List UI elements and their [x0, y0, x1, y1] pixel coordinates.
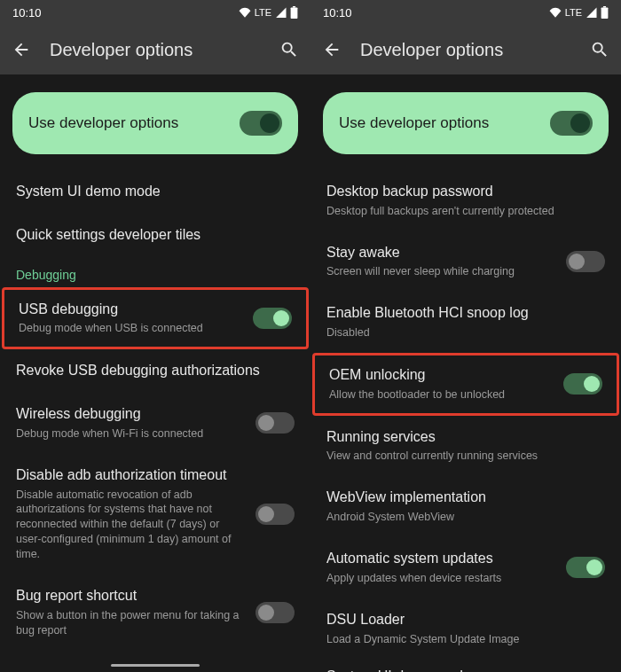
search-button[interactable] — [279, 39, 300, 60]
back-button[interactable] — [11, 39, 32, 60]
row-subtitle: Disabled — [326, 325, 605, 340]
row-title: Automatic system updates — [326, 550, 555, 568]
row-subtitle: Screen will never sleep while charging — [326, 264, 555, 279]
content: Use developer options Desktop backup pas… — [310, 74, 621, 672]
row-title: WebView implementation — [326, 488, 605, 507]
battery-icon — [290, 6, 298, 19]
search-icon — [279, 40, 299, 59]
row-subtitle: Debug mode when Wi-Fi is connected — [16, 426, 245, 441]
svg-rect-3 — [603, 6, 606, 8]
row-title: DSU Loader — [326, 611, 605, 629]
status-indicators: LTE — [239, 6, 298, 19]
screen-left: 10:10 LTE Developer options Use develope… — [0, 0, 310, 672]
highlight-usb-debugging: USB debugging Debug mode when USB is con… — [2, 287, 309, 350]
highlight-oem-unlocking: OEM unlocking Allow the bootloader to be… — [312, 353, 619, 416]
content: Use developer options System UI demo mod… — [0, 74, 310, 672]
status-bar: 10:10 LTE — [0, 0, 310, 25]
row-subtitle: Apply updates when device restarts — [326, 571, 555, 586]
status-bar: 10:10 LTE — [310, 0, 621, 25]
screen-right: 10:10 LTE Developer options Use develope… — [310, 0, 621, 672]
wireless-debugging-row[interactable]: Wireless debugging Debug mode when Wi-Fi… — [0, 393, 310, 454]
dsu-loader-row[interactable]: DSU Loader Load a Dynamic System Update … — [310, 598, 621, 660]
arrow-back-icon — [322, 40, 342, 59]
row-title: Running services — [326, 428, 605, 447]
bluetooth-hci-row[interactable]: Enable Bluetooth HCI snoop log Disabled — [310, 292, 621, 353]
row-title: Bug report shortcut — [16, 587, 245, 606]
search-button[interactable] — [589, 39, 610, 60]
bug-report-switch[interactable] — [255, 602, 295, 623]
oem-unlocking-switch[interactable] — [563, 373, 602, 395]
row-subtitle: Debug mode when USB is connected — [19, 321, 242, 336]
status-indicators: LTE — [549, 6, 609, 19]
row-subtitle: Android System WebView — [326, 510, 605, 525]
page-title: Developer options — [360, 40, 571, 60]
system-ui-demo-mode-row-2[interactable]: System UI demo mode — [310, 659, 621, 672]
usb-debugging-switch[interactable] — [253, 308, 292, 329]
search-icon — [590, 40, 609, 59]
svg-rect-0 — [291, 8, 298, 19]
row-subtitle: View and control currently running servi… — [326, 449, 605, 464]
automatic-system-updates-row[interactable]: Automatic system updates Apply updates w… — [310, 537, 621, 598]
quick-settings-tiles-row[interactable]: Quick settings developer tiles — [0, 214, 310, 257]
row-subtitle: Show a button in the power menu for taki… — [16, 608, 245, 638]
disable-adb-timeout-switch[interactable] — [255, 504, 295, 525]
use-developer-options-toggle[interactable]: Use developer options — [12, 92, 298, 154]
running-services-row[interactable]: Running services View and control curren… — [310, 416, 621, 477]
app-bar: Developer options — [310, 25, 621, 74]
app-bar: Developer options — [0, 25, 310, 74]
row-title: Wireless debugging — [16, 405, 245, 424]
row-title: Disable adb authorization timeout — [16, 466, 245, 485]
bug-report-shortcut-row[interactable]: Bug report shortcut Show a button in the… — [0, 574, 310, 651]
svg-rect-2 — [601, 8, 609, 19]
desktop-backup-password-row[interactable]: Desktop backup password Desktop full bac… — [310, 170, 621, 231]
row-title: USB debugging — [19, 301, 242, 319]
network-label: LTE — [255, 7, 271, 18]
stay-awake-switch[interactable] — [566, 251, 605, 272]
wifi-icon — [239, 7, 251, 18]
row-title: Stay awake — [326, 244, 555, 262]
wireless-debugging-switch[interactable] — [255, 412, 295, 434]
webview-implementation-row[interactable]: WebView implementation Android System We… — [310, 476, 621, 537]
row-title: Desktop backup password — [326, 183, 605, 201]
nav-handle[interactable] — [111, 664, 200, 667]
row-subtitle: Load a Dynamic System Update Image — [326, 632, 605, 647]
status-time: 10:10 — [323, 6, 352, 20]
disable-adb-timeout-row[interactable]: Disable adb authorization timeout Disabl… — [0, 454, 310, 574]
row-subtitle: Disable automatic revocation of adb auth… — [16, 488, 245, 562]
network-label: LTE — [565, 7, 582, 18]
arrow-back-icon — [12, 40, 31, 59]
section-header-debugging: Debugging — [0, 257, 310, 287]
wifi-icon — [549, 7, 562, 18]
hero-label: Use developer options — [339, 114, 489, 132]
signal-icon — [586, 7, 597, 18]
row-title: System UI demo mode — [326, 668, 605, 672]
use-developer-options-toggle[interactable]: Use developer options — [323, 92, 609, 154]
hero-switch[interactable] — [240, 111, 282, 136]
signal-icon — [275, 7, 287, 18]
back-button[interactable] — [321, 39, 342, 60]
hero-switch[interactable] — [550, 111, 593, 136]
stay-awake-row[interactable]: Stay awake Screen will never sleep while… — [310, 231, 621, 293]
svg-rect-1 — [293, 6, 295, 8]
oem-unlocking-row[interactable]: OEM unlocking Allow the bootloader to be… — [315, 356, 617, 413]
page-title: Developer options — [50, 40, 261, 60]
row-title: Quick settings developer tiles — [16, 226, 295, 245]
row-subtitle: Desktop full backups aren't currently pr… — [326, 204, 605, 219]
system-ui-demo-mode-row[interactable]: System UI demo mode — [0, 170, 310, 214]
automatic-updates-switch[interactable] — [566, 557, 605, 578]
row-title: Revoke USB debugging authorizations — [16, 362, 295, 380]
hero-label: Use developer options — [28, 114, 178, 132]
battery-icon — [601, 6, 609, 19]
row-title: OEM unlocking — [329, 366, 553, 385]
status-time: 10:10 — [12, 6, 42, 20]
row-subtitle: Allow the bootloader to be unlocked — [329, 387, 553, 402]
row-title: Enable Bluetooth HCI snoop log — [326, 304, 605, 323]
usb-debugging-row[interactable]: USB debugging Debug mode when USB is con… — [4, 290, 306, 348]
revoke-usb-auth-row[interactable]: Revoke USB debugging authorizations — [0, 349, 310, 393]
row-title: System UI demo mode — [16, 183, 295, 201]
